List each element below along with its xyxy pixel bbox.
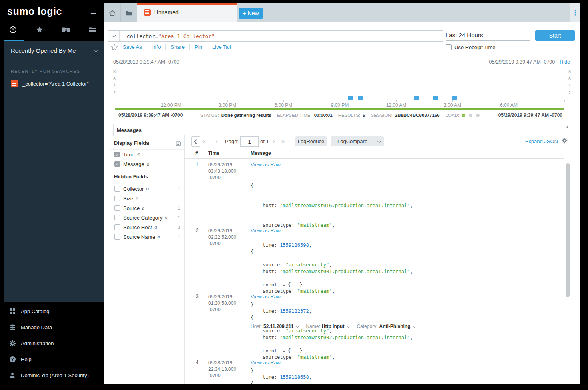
page-number-input[interactable] (240, 136, 259, 147)
query-input[interactable]: _collector="Area 1 Collector" (120, 31, 215, 41)
column-time: Time (208, 150, 219, 156)
tab-unnamed-search[interactable]: Unnamed (137, 3, 237, 22)
timeline-range-scrubber[interactable] (115, 108, 564, 110)
first-page-icon[interactable]: « (202, 136, 205, 146)
share-link[interactable]: Share (166, 44, 189, 50)
favorite-star-icon[interactable] (111, 44, 118, 51)
checkbox-unchecked[interactable] (446, 44, 452, 50)
view-as-raw-link[interactable]: View as Raw (251, 294, 281, 300)
search-actions-row: Save As Info Share Pin Live Tail (111, 44, 236, 50)
load-dot-gray (476, 114, 480, 117)
pin-link[interactable]: Pin (190, 44, 207, 50)
sidebar-collapse-arrow-icon[interactable]: ← (89, 7, 98, 17)
collapse-fields-panel-button[interactable] (191, 136, 200, 147)
menu-label: Manage Data (21, 324, 52, 330)
library-tab-person-folder-icon[interactable] (61, 25, 71, 34)
library-tab[interactable] (121, 3, 138, 22)
live-tail-link[interactable]: Live Tail (207, 44, 236, 50)
histogram-bar[interactable] (433, 96, 438, 100)
messages-table-header: # Time Message (184, 147, 564, 159)
tab-messages[interactable]: Messages (113, 124, 145, 136)
logcompare-dropdown[interactable] (374, 141, 384, 142)
logcompare-button[interactable]: LogCompare (331, 136, 384, 146)
field-count: 1 (178, 234, 180, 239)
checkbox-unchecked[interactable] (114, 205, 120, 211)
checkbox-unchecked[interactable] (114, 196, 120, 201)
checkbox-unchecked[interactable] (114, 215, 120, 220)
new-tab-button[interactable]: + New (239, 8, 263, 19)
results-label: RESULTS: (338, 113, 360, 118)
settings-gear-icon[interactable] (562, 138, 568, 144)
expand-json-link[interactable]: Expand JSON (525, 138, 558, 144)
gridline (118, 72, 564, 72)
view-as-raw-link[interactable]: View as Raw (251, 228, 281, 234)
histogram-bar[interactable] (358, 96, 363, 100)
collapse-panel-icon[interactable]: ▲ (565, 124, 570, 129)
hide-timeline-link[interactable]: Hide (560, 59, 570, 65)
json-key: host: (263, 269, 280, 274)
last-page-icon[interactable]: » (281, 136, 285, 146)
timeline-start: 05/28/2019 9:39:47 AM -0700 (113, 59, 179, 65)
checkbox-unchecked[interactable] (114, 234, 120, 240)
recent-tab-clock-icon[interactable] (8, 25, 18, 34)
tab-title: Unnamed (154, 9, 179, 16)
field-row-source-category[interactable]: Source Category a 1 (110, 213, 184, 222)
field-row-size[interactable]: Size # (110, 194, 184, 203)
sumo-logic-logo[interactable]: sumo logic (7, 6, 62, 17)
info-link[interactable]: Info (147, 44, 166, 50)
checkbox-checked[interactable]: ✓ (114, 161, 120, 167)
next-page-icon[interactable]: › (273, 136, 275, 146)
start-button[interactable]: Start (535, 30, 575, 41)
time-range-selector[interactable]: Last 24 Hours (446, 30, 530, 41)
x-tick-label: 3:00 PM (219, 102, 237, 108)
field-row-source-host[interactable]: Source Host a 3 (110, 222, 184, 232)
favorites-tab-star-icon[interactable] (35, 25, 44, 34)
histogram-bar[interactable] (414, 96, 419, 100)
axis-tick (227, 100, 228, 102)
json-key: host: (263, 335, 280, 340)
save-as-link[interactable]: Save As (118, 44, 147, 50)
search-query-box[interactable]: _collector="Area 1 Collector" (108, 30, 443, 42)
field-row-time[interactable]: ✓ Time ⊙ (110, 150, 184, 159)
logreduce-button[interactable]: LogReduce (295, 136, 327, 146)
sidebar-item-help[interactable]: ? Help (0, 351, 104, 367)
status-end-time: 05/29/2019 9:39:47 AM -0700 (498, 112, 562, 118)
kebab-menu-icon[interactable]: ⋮ (570, 3, 580, 22)
prev-page-icon[interactable]: ‹ (215, 136, 217, 146)
field-label: Message (123, 161, 144, 167)
folders-tab-folder-icon[interactable] (88, 25, 98, 34)
scrollbar-thumb[interactable] (566, 163, 570, 297)
recent-search-item[interactable]: _collector="Area 1 Collector" (11, 80, 100, 87)
save-fields-icon[interactable] (175, 140, 181, 146)
field-row-source-name[interactable]: Source Name a 1 (110, 232, 184, 242)
x-tick-label: 12:00 AM (386, 102, 407, 108)
query-dropdown[interactable] (108, 31, 120, 41)
messages-scrollbar[interactable] (566, 161, 570, 382)
gridline (118, 93, 564, 93)
field-type-clock-icon: ⊙ (137, 152, 140, 157)
sidebar-item-user-account[interactable]: Dominic Yip (Area 1 Security) (0, 367, 104, 383)
search-doc-icon (144, 9, 151, 16)
checkbox-unchecked[interactable] (114, 186, 120, 192)
view-as-raw-link[interactable]: View as Raw (251, 360, 281, 366)
axis-tick (118, 100, 118, 102)
field-row-collector[interactable]: Collector a 1 (110, 184, 184, 194)
sidebar-item-administration[interactable]: Administration (0, 335, 104, 351)
histogram-bar[interactable] (452, 96, 457, 100)
help-icon: ? (9, 356, 16, 363)
sidebar-item-app-catalog[interactable]: App Catalog (0, 303, 104, 319)
field-row-message[interactable]: ✓ Message a (110, 159, 184, 169)
checkbox-unchecked[interactable] (114, 224, 120, 230)
field-count: 3 (178, 225, 180, 230)
histogram-bar[interactable] (348, 96, 353, 100)
panel-header[interactable]: Recently Opened By Me (9, 41, 99, 58)
field-label: Time (123, 152, 134, 158)
checkbox-checked[interactable]: ✓ (114, 152, 120, 157)
use-receipt-time-checkbox[interactable]: Use Receipt Time (446, 44, 496, 50)
json-brace: { (251, 248, 560, 255)
view-as-raw-link[interactable]: View as Raw (251, 162, 281, 168)
field-row-source[interactable]: Source a 1 (110, 203, 184, 213)
sidebar-item-manage-data[interactable]: Manage Data (0, 319, 104, 335)
home-tab[interactable] (104, 3, 121, 22)
message-row: 2 05/29/201902:32:52.000 -0700 View as R… (184, 224, 564, 290)
